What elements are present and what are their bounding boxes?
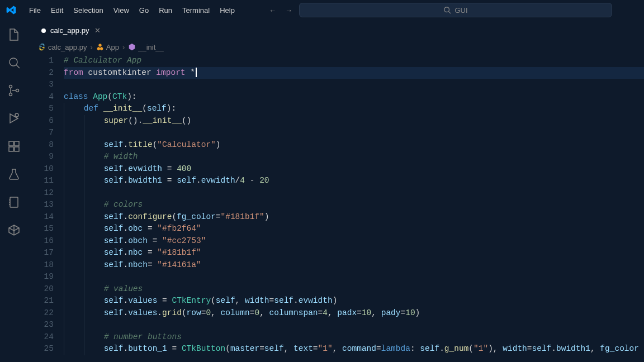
- breadcrumb-separator-icon: ›: [90, 43, 92, 51]
- menu-file[interactable]: File: [25, 4, 45, 17]
- vscode-logo-icon: [4, 3, 18, 17]
- explorer-icon[interactable]: [5, 26, 23, 44]
- tab-calc-app[interactable]: calc_app.py ✕: [35, 20, 107, 40]
- search-icon: [443, 6, 451, 14]
- nav-back-icon[interactable]: ←: [269, 6, 276, 15]
- class-icon: [96, 43, 104, 51]
- svg-point-7: [15, 113, 18, 117]
- tab-close-icon[interactable]: ✕: [94, 26, 101, 35]
- menu-bar: FileEditSelectionViewGoRunTerminalHelp: [25, 4, 239, 17]
- tab-modified-dot-icon: [41, 28, 46, 33]
- testing-icon[interactable]: [5, 165, 23, 183]
- titlebar: FileEditSelectionViewGoRunTerminalHelp ←…: [0, 0, 644, 20]
- svg-point-6: [16, 89, 19, 92]
- svg-line-3: [16, 65, 20, 68]
- svg-rect-11: [15, 141, 19, 146]
- editor-group: calc_app.py ✕ calc_app.py › App › __init…: [28, 20, 644, 362]
- svg-rect-12: [10, 197, 18, 207]
- breadcrumbs[interactable]: calc_app.py › App › __init__: [28, 40, 644, 54]
- svg-point-5: [10, 93, 12, 96]
- menu-selection[interactable]: Selection: [69, 4, 107, 17]
- command-center-search[interactable]: GUI: [299, 3, 612, 17]
- line-number-gutter: 1234567891011121314151617181920212223242…: [28, 54, 64, 362]
- menu-go[interactable]: Go: [135, 4, 153, 17]
- svg-rect-10: [15, 147, 19, 151]
- editor-tabs: calc_app.py ✕: [28, 20, 644, 40]
- extensions-icon[interactable]: [5, 137, 23, 155]
- menu-edit[interactable]: Edit: [46, 4, 68, 17]
- run-debug-icon[interactable]: [5, 109, 23, 127]
- notebook-icon[interactable]: [5, 193, 23, 211]
- breadcrumb-separator-icon: ›: [122, 43, 125, 51]
- code-area[interactable]: # Calculator Appfrom customtkinter impor…: [64, 54, 644, 362]
- breadcrumb-file[interactable]: calc_app.py: [38, 43, 87, 51]
- search-placeholder: GUI: [454, 6, 467, 15]
- menu-help[interactable]: Help: [215, 4, 239, 17]
- svg-point-2: [10, 58, 17, 66]
- menu-terminal[interactable]: Terminal: [178, 4, 214, 17]
- menu-view[interactable]: View: [109, 4, 134, 17]
- svg-rect-9: [9, 147, 13, 151]
- svg-line-1: [449, 12, 451, 14]
- package-icon[interactable]: [5, 221, 23, 239]
- method-icon: [128, 43, 136, 51]
- menu-run[interactable]: Run: [154, 4, 177, 17]
- source-control-icon[interactable]: [5, 82, 23, 99]
- nav-arrows: ← →: [269, 6, 292, 15]
- search-sidebar-icon[interactable]: [5, 54, 23, 72]
- breadcrumb-class[interactable]: App: [96, 43, 119, 51]
- svg-point-0: [444, 7, 449, 12]
- svg-rect-8: [9, 141, 13, 146]
- svg-point-4: [10, 85, 12, 88]
- breadcrumb-method[interactable]: __init__: [128, 43, 164, 51]
- python-file-icon: [38, 43, 46, 51]
- tab-filename: calc_app.py: [50, 26, 89, 35]
- activity-bar: [0, 20, 28, 362]
- code-editor[interactable]: 1234567891011121314151617181920212223242…: [28, 54, 644, 362]
- nav-forward-icon[interactable]: →: [285, 6, 292, 15]
